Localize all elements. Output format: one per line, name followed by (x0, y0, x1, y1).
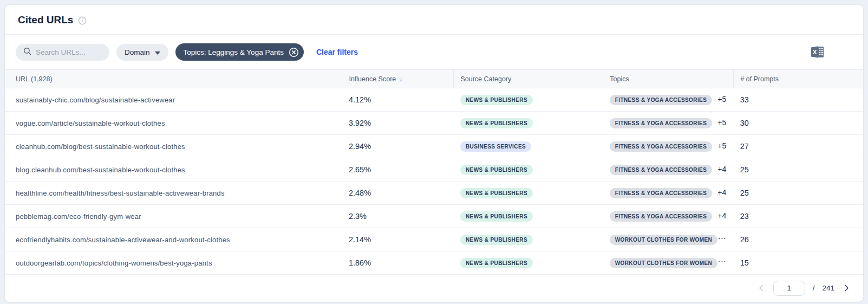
topic-more-count[interactable]: +4 (717, 211, 726, 220)
influence-score-value: 3.92% (342, 112, 454, 135)
table-row[interactable]: cleanhub.com/blog/best-sustainable-worko… (5, 135, 863, 158)
column-header-influence-score[interactable]: Influence Score↓ (342, 70, 454, 88)
url-link[interactable]: cleanhub.com/blog/best-sustainable-worko… (5, 135, 342, 158)
source-category-badge: NEWS & PUBLISHERS (460, 258, 533, 268)
table-row[interactable]: sustainably-chic.com/blog/sustainable-ac… (5, 88, 863, 112)
topics-cell: FITNESS & YOGA ACCESSORIES+4 (603, 182, 734, 205)
source-category-cell: NEWS & PUBLISHERS (454, 158, 603, 182)
table-row[interactable]: healthline.com/health/fitness/best-susta… (5, 182, 863, 205)
prompts-count: 27 (734, 135, 863, 158)
table-row[interactable]: vogue.com/article/sustainable-workout-cl… (5, 112, 863, 135)
source-category-cell: NEWS & PUBLISHERS (454, 228, 603, 251)
table-row[interactable]: pebblemag.com/eco-friendly-gym-wear 2.3%… (5, 205, 863, 228)
topics-cell: FITNESS & YOGA ACCESSORIES+5 (603, 112, 734, 135)
prompts-count: 30 (734, 112, 863, 135)
column-header-prompts[interactable]: # of Prompts (734, 70, 863, 88)
next-page-button[interactable] (842, 282, 851, 294)
source-category-badge: NEWS & PUBLISHERS (460, 235, 533, 245)
remove-filter-icon[interactable] (289, 47, 299, 57)
topics-cell: FITNESS & YOGA ACCESSORIES+4 (603, 158, 734, 182)
card-header: Cited URLs (5, 5, 863, 35)
source-category-cell: NEWS & PUBLISHERS (454, 205, 603, 228)
topic-badge: WORKOUT CLOTHES FOR WOMEN (610, 258, 717, 268)
excel-export-icon[interactable]: X (811, 46, 824, 58)
prompts-count: 15 (734, 251, 863, 275)
topics-cell: WORKOUT CLOTHES FOR WOMEN+2 (603, 251, 734, 275)
influence-score-value: 4.12% (342, 88, 454, 112)
topic-badge: FITNESS & YOGA ACCESSORIES (610, 188, 713, 198)
influence-score-value: 2.48% (342, 182, 454, 205)
table-header-row: URL (1,928) Influence Score↓ Source Cate… (5, 70, 863, 88)
topic-badge: FITNESS & YOGA ACCESSORIES (610, 141, 713, 152)
table-body: sustainably-chic.com/blog/sustainable-ac… (5, 88, 863, 275)
topic-badge: FITNESS & YOGA ACCESSORIES (610, 118, 713, 128)
influence-score-value: 1.86% (342, 251, 454, 275)
url-link[interactable]: pebblemag.com/eco-friendly-gym-wear (5, 205, 342, 228)
source-category-cell: NEWS & PUBLISHERS (454, 112, 603, 135)
page-number-input[interactable] (773, 281, 805, 296)
filter-bar: Domain Topics: Leggings & Yoga Pants Cle… (5, 35, 863, 70)
topic-more-count[interactable]: +5 (717, 95, 726, 104)
column-header-topics[interactable]: Topics (603, 70, 734, 88)
search-input[interactable] (36, 48, 102, 56)
column-header-source-category[interactable]: Source Category (454, 70, 603, 88)
sort-desc-icon[interactable]: ↓ (399, 75, 403, 83)
source-category-cell: BUSINESS SERVICES (454, 135, 603, 158)
domain-filter-button[interactable]: Domain (116, 44, 168, 61)
page-title: Cited URLs (18, 14, 73, 26)
source-category-cell: NEWS & PUBLISHERS (454, 251, 603, 275)
source-category-badge: NEWS & PUBLISHERS (460, 118, 533, 128)
influence-score-value: 2.3% (342, 205, 454, 228)
topic-badge: WORKOUT CLOTHES FOR WOMEN (610, 235, 717, 245)
url-link[interactable]: blog.cleanhub.com/best-sustainable-worko… (5, 158, 342, 182)
topic-filter-chip[interactable]: Topics: Leggings & Yoga Pants (175, 43, 304, 61)
prompts-count: 25 (734, 158, 863, 182)
table-row[interactable]: outdoorgearlab.com/topics/clothing-women… (5, 251, 863, 275)
influence-score-value: 2.14% (342, 228, 454, 251)
chevron-right-icon (844, 284, 849, 292)
search-box[interactable] (16, 44, 109, 61)
source-category-badge: NEWS & PUBLISHERS (460, 95, 533, 105)
cited-urls-table: URL (1,928) Influence Score↓ Source Cate… (5, 70, 863, 275)
cited-urls-card: Cited URLs Domain (4, 4, 864, 302)
prompts-count: 23 (734, 205, 863, 228)
prompts-count: 25 (734, 182, 863, 205)
topics-cell: WORKOUT CLOTHES FOR WOMEN+4 (603, 228, 734, 251)
url-link[interactable]: outdoorgearlab.com/topics/clothing-women… (5, 251, 342, 275)
table-row[interactable]: ecofriendlyhabits.com/sustainable-active… (5, 228, 863, 251)
page-separator: / (813, 284, 815, 292)
url-link[interactable]: ecofriendlyhabits.com/sustainable-active… (5, 228, 342, 251)
topic-more-count[interactable]: +4 (717, 165, 726, 173)
topic-more-count[interactable]: +5 (717, 118, 726, 127)
topic-more-count[interactable]: +5 (717, 141, 726, 150)
search-icon (23, 47, 31, 57)
total-pages: 241 (822, 284, 834, 292)
url-link[interactable]: healthline.com/health/fitness/best-susta… (5, 182, 342, 205)
topic-badge: FITNESS & YOGA ACCESSORIES (610, 95, 713, 105)
pagination-bar: / 241 (5, 275, 863, 302)
topic-filter-label: Topics: Leggings & Yoga Pants (184, 48, 284, 56)
table-row[interactable]: blog.cleanhub.com/best-sustainable-worko… (5, 158, 863, 182)
info-icon[interactable] (78, 16, 87, 25)
svg-text:X: X (813, 49, 817, 55)
topic-badge: FITNESS & YOGA ACCESSORIES (610, 211, 713, 222)
topic-badge: FITNESS & YOGA ACCESSORIES (610, 165, 713, 175)
url-link[interactable]: sustainably-chic.com/blog/sustainable-ac… (5, 88, 342, 112)
source-category-badge: BUSINESS SERVICES (460, 141, 531, 152)
source-category-badge: NEWS & PUBLISHERS (460, 165, 533, 175)
domain-filter-label: Domain (125, 48, 150, 56)
topics-cell: FITNESS & YOGA ACCESSORIES+4 (603, 205, 734, 228)
influence-score-value: 2.65% (342, 158, 454, 182)
source-category-cell: NEWS & PUBLISHERS (454, 88, 603, 112)
source-category-cell: NEWS & PUBLISHERS (454, 182, 603, 205)
topics-cell: FITNESS & YOGA ACCESSORIES+5 (603, 135, 734, 158)
prompts-count: 26 (734, 228, 863, 251)
previous-page-button[interactable] (756, 282, 766, 294)
chevron-down-icon (155, 48, 160, 56)
topic-more-count[interactable]: +4 (717, 188, 726, 197)
clear-filters-link[interactable]: Clear filters (316, 48, 358, 56)
url-link[interactable]: vogue.com/article/sustainable-workout-cl… (5, 112, 342, 135)
column-header-url[interactable]: URL (1,928) (5, 70, 342, 88)
source-category-badge: NEWS & PUBLISHERS (460, 211, 533, 222)
influence-score-value: 2.94% (342, 135, 454, 158)
